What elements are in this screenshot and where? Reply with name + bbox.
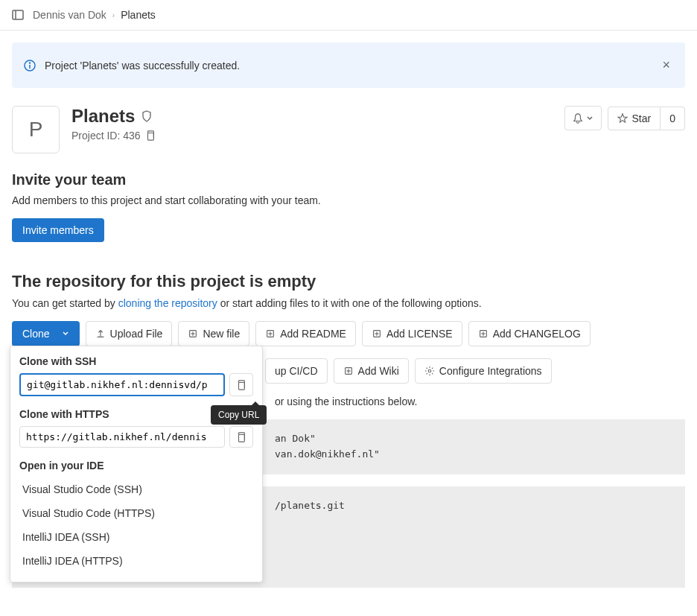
clone-ssh-input[interactable] — [19, 373, 225, 396]
clone-dropdown: Clone with SSH Clone with HTTPS Open in … — [10, 346, 263, 582]
action-buttons-row1: Clone Upload File New file — [12, 321, 685, 346]
copy-icon — [236, 380, 246, 390]
empty-desc: You can get started by cloning the repos… — [12, 297, 685, 309]
clone-ssh-label: Clone with SSH — [19, 355, 253, 367]
ide-list: Visual Studio Code (SSH) Visual Studio C… — [19, 477, 253, 573]
alert-text: Project 'Planets' was successfully creat… — [45, 60, 650, 72]
add-readme-button[interactable]: Add README — [255, 321, 356, 346]
chevron-down-icon — [62, 330, 69, 337]
clone-button[interactable]: Clone — [12, 321, 80, 346]
configure-integrations-button[interactable]: Configure Integrations — [415, 358, 552, 384]
success-alert: Project 'Planets' was successfully creat… — [12, 42, 685, 88]
copy-https-button[interactable] — [229, 426, 253, 448]
breadcrumb-current: Planets — [121, 9, 156, 21]
project-id: Project ID: 436 — [71, 130, 141, 142]
add-license-button[interactable]: Add LICENSE — [362, 321, 462, 346]
shield-icon — [141, 110, 153, 122]
svg-point-21 — [428, 369, 431, 372]
copy-ssh-button[interactable] — [229, 373, 253, 396]
copy-project-id-icon[interactable] — [145, 130, 156, 141]
breadcrumbs: Dennis van Dok › Planets — [33, 9, 156, 21]
ide-label: Open in your IDE — [19, 460, 253, 471]
action-buttons-row2: up CI/CD Add Wiki Configure Integrations — [265, 358, 685, 384]
project-header: P Planets Project ID: 436 — [12, 106, 685, 153]
upload-file-button[interactable]: Upload File — [86, 321, 173, 346]
ide-vscode-https[interactable]: Visual Studio Code (HTTPS) — [19, 501, 253, 525]
upload-icon — [95, 328, 106, 339]
invite-title: Invite your team — [12, 171, 685, 188]
clone-https-input[interactable] — [19, 426, 225, 448]
ide-intellij-https[interactable]: IntelliJ IDEA (HTTPS) — [19, 549, 253, 573]
notification-button[interactable] — [564, 106, 602, 130]
svg-rect-23 — [239, 434, 245, 442]
star-icon — [617, 113, 628, 124]
ide-intellij-ssh[interactable]: IntelliJ IDEA (SSH) — [19, 525, 253, 549]
chevron-down-icon — [586, 115, 593, 122]
project-avatar: P — [12, 106, 60, 153]
svg-rect-5 — [147, 133, 153, 141]
plus-icon — [372, 328, 382, 339]
sidebar-toggle-icon[interactable] — [12, 9, 24, 21]
star-button[interactable]: Star — [608, 107, 661, 130]
project-info: Planets Project ID: 436 — [71, 106, 553, 142]
setup-cicd-button[interactable]: up CI/CD — [265, 358, 328, 384]
plus-icon — [265, 328, 276, 339]
add-wiki-button[interactable]: Add Wiki — [334, 358, 409, 384]
ide-vscode-ssh[interactable]: Visual Studio Code (SSH) — [19, 477, 253, 501]
add-changelog-button[interactable]: Add CHANGELOG — [468, 321, 591, 346]
top-bar: Dennis van Dok › Planets — [0, 0, 697, 31]
svg-rect-0 — [13, 10, 23, 19]
or-text: or using the instructions below. — [275, 396, 685, 407]
project-actions: Star 0 — [564, 106, 685, 130]
svg-point-4 — [30, 63, 31, 63]
chevron-right-icon: › — [112, 11, 115, 19]
empty-title: The repository for this project is empty — [12, 272, 685, 291]
star-count: 0 — [661, 107, 685, 130]
svg-rect-22 — [239, 382, 245, 390]
new-file-button[interactable]: New file — [178, 321, 249, 346]
invite-desc: Add members to this project and start co… — [12, 194, 685, 206]
plus-icon — [343, 366, 354, 376]
copy-icon — [236, 432, 246, 442]
clone-link[interactable]: cloning the repository — [118, 297, 217, 309]
bell-icon — [573, 113, 583, 124]
plus-icon — [188, 328, 198, 339]
info-icon — [24, 60, 36, 72]
plus-icon — [478, 328, 488, 339]
invite-members-button[interactable]: Invite members — [12, 218, 104, 242]
project-title: Planets — [71, 106, 135, 127]
copy-url-tooltip: Copy URL — [211, 405, 267, 425]
alert-close-button[interactable]: × — [659, 54, 673, 76]
breadcrumb-user[interactable]: Dennis van Dok — [33, 9, 106, 21]
gear-icon — [424, 366, 435, 376]
